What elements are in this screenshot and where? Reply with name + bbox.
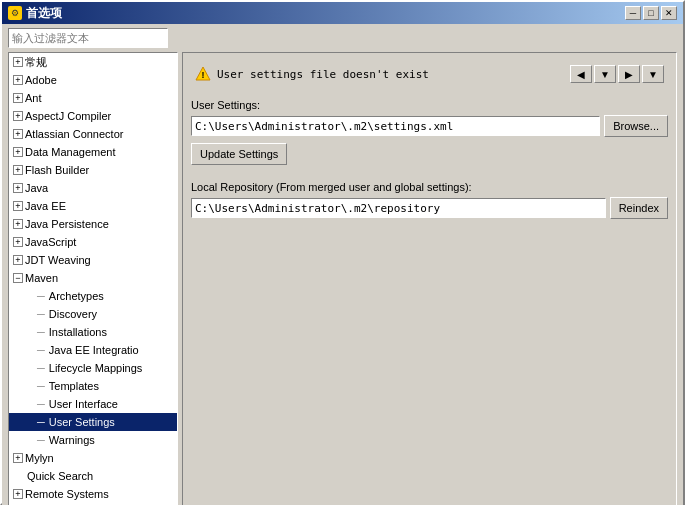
- title-bar-left: ⚙ 首选项: [8, 5, 62, 22]
- expand-icon-javapersistence[interactable]: +: [13, 219, 23, 229]
- user-settings-row: Browse...: [191, 115, 668, 137]
- expand-icon-changui[interactable]: +: [13, 57, 23, 67]
- tree-item-atlassian[interactable]: +Atlassian Connector: [9, 125, 177, 143]
- tree-label-javaee: Java EE: [25, 198, 66, 214]
- local-repo-row: Reindex: [191, 197, 668, 219]
- tree-label-jdtweaving: JDT Weaving: [25, 252, 91, 268]
- expand-icon-adobe[interactable]: +: [13, 75, 23, 85]
- tree-item-java[interactable]: +Java: [9, 179, 177, 197]
- tree-scroll[interactable]: +常规+Adobe+Ant+AspectJ Compiler+Atlassian…: [9, 53, 177, 505]
- expand-icon-mylyn[interactable]: +: [13, 453, 23, 463]
- expand-icon-aspectj[interactable]: +: [13, 111, 23, 121]
- svg-text:!: !: [202, 70, 205, 80]
- expand-icon-javaee[interactable]: +: [13, 201, 23, 211]
- tree-item-userinterface[interactable]: ─User Interface: [9, 395, 177, 413]
- tree-item-warnings[interactable]: ─Warnings: [9, 431, 177, 449]
- tree-item-jdtweaving[interactable]: +JDT Weaving: [9, 251, 177, 269]
- expand-icon-java[interactable]: +: [13, 183, 23, 193]
- tree-label-mylyn: Mylyn: [25, 450, 54, 466]
- tree-item-mylyn[interactable]: +Mylyn: [9, 449, 177, 467]
- window-icon: ⚙: [8, 6, 22, 20]
- expand-icon-ant[interactable]: +: [13, 93, 23, 103]
- nav-dropdown-button[interactable]: ▼: [594, 65, 616, 83]
- nav-forward-button[interactable]: ▶: [618, 65, 640, 83]
- tree-item-usersettings[interactable]: ─User Settings: [9, 413, 177, 431]
- tree-item-maven[interactable]: −Maven: [9, 269, 177, 287]
- nav-down-button[interactable]: ▼: [642, 65, 664, 83]
- tree-label-aspectj: AspectJ Compiler: [25, 108, 111, 124]
- collapse-icon-maven[interactable]: −: [13, 273, 23, 283]
- tree-item-quicksearch[interactable]: Quick Search: [9, 467, 177, 485]
- tree-label-discovery: Discovery: [49, 306, 97, 322]
- tree-label-atlassian: Atlassian Connector: [25, 126, 123, 142]
- warning-bar: ! User settings file doesn't exist ◀ ▼ ▶…: [191, 61, 668, 87]
- tree-item-javascript[interactable]: +JavaScript: [9, 233, 177, 251]
- expand-icon-jdtweaving[interactable]: +: [13, 255, 23, 265]
- right-panel: ! User settings file doesn't exist ◀ ▼ ▶…: [182, 52, 677, 505]
- tree-child-dash-discovery: ─: [37, 306, 45, 322]
- tree-item-lifecyclemappings[interactable]: ─Lifecycle Mappings: [9, 359, 177, 377]
- title-buttons: ─ □ ✕: [625, 6, 677, 20]
- tree-label-remotesystems: Remote Systems: [25, 486, 109, 502]
- local-repo-label: Local Repository (From merged user and g…: [191, 181, 668, 193]
- tree-child-dash-archetypes: ─: [37, 288, 45, 304]
- update-settings-button[interactable]: Update Settings: [191, 143, 287, 165]
- tree-label-installations: Installations: [49, 324, 107, 340]
- browse-button[interactable]: Browse...: [604, 115, 668, 137]
- tree-label-javaeeintegration: Java EE Integratio: [49, 342, 139, 358]
- tree-item-templates[interactable]: ─Templates: [9, 377, 177, 395]
- tree-item-javaee[interactable]: +Java EE: [9, 197, 177, 215]
- tree-item-discovery[interactable]: ─Discovery: [9, 305, 177, 323]
- expand-icon-flashbuilder[interactable]: +: [13, 165, 23, 175]
- tree-item-datamanagement[interactable]: +Data Management: [9, 143, 177, 161]
- expand-icon-javascript[interactable]: +: [13, 237, 23, 247]
- expand-icon-atlassian[interactable]: +: [13, 129, 23, 139]
- reindex-button[interactable]: Reindex: [610, 197, 668, 219]
- tree-label-archetypes: Archetypes: [49, 288, 104, 304]
- tree-label-java: Java: [25, 180, 48, 196]
- tree-item-archetypes[interactable]: ─Archetypes: [9, 287, 177, 305]
- tree-label-javascript: JavaScript: [25, 234, 76, 250]
- tree-child-dash-javaeeintegration: ─: [37, 342, 45, 358]
- expand-icon-remotesystems[interactable]: +: [13, 489, 23, 499]
- tree-item-aspectj[interactable]: +AspectJ Compiler: [9, 107, 177, 125]
- expand-icon-datamanagement[interactable]: +: [13, 147, 23, 157]
- tree-item-javapersistence[interactable]: +Java Persistence: [9, 215, 177, 233]
- user-settings-path-input[interactable]: [191, 116, 600, 136]
- filter-bar: [2, 24, 683, 52]
- tree-label-templates: Templates: [49, 378, 99, 394]
- tree-child-dash-lifecyclemappings: ─: [37, 360, 45, 376]
- tree-item-ant[interactable]: +Ant: [9, 89, 177, 107]
- tree-item-changui[interactable]: +常规: [9, 53, 177, 71]
- maximize-button[interactable]: □: [643, 6, 659, 20]
- tree-panel: +常规+Adobe+Ant+AspectJ Compiler+Atlassian…: [8, 52, 178, 505]
- tree-item-flashbuilder[interactable]: +Flash Builder: [9, 161, 177, 179]
- tree-item-javaeeintegration[interactable]: ─Java EE Integratio: [9, 341, 177, 359]
- main-content: +常规+Adobe+Ant+AspectJ Compiler+Atlassian…: [2, 24, 683, 505]
- tree-item-installations[interactable]: ─Installations: [9, 323, 177, 341]
- tree-child-dash-usersettings: ─: [37, 414, 45, 430]
- tree-label-adobe: Adobe: [25, 72, 57, 88]
- tree-child-dash-warnings: ─: [37, 432, 45, 448]
- local-repo-path-input[interactable]: [191, 198, 606, 218]
- nav-back-button[interactable]: ◀: [570, 65, 592, 83]
- tree-label-datamanagement: Data Management: [25, 144, 116, 160]
- body-area: +常规+Adobe+Ant+AspectJ Compiler+Atlassian…: [2, 52, 683, 505]
- preferences-window: ⚙ 首选项 ─ □ ✕ +常规+Adobe+Ant+AspectJ Compil…: [0, 0, 685, 505]
- tree-label-flashbuilder: Flash Builder: [25, 162, 89, 178]
- warning-icon: !: [195, 66, 211, 82]
- tree-label-lifecyclemappings: Lifecycle Mappings: [49, 360, 143, 376]
- minimize-button[interactable]: ─: [625, 6, 641, 20]
- filter-input[interactable]: [8, 28, 168, 48]
- tree-item-remotesystems[interactable]: +Remote Systems: [9, 485, 177, 503]
- tree-label-quicksearch: Quick Search: [27, 468, 93, 484]
- tree-child-dash-installations: ─: [37, 324, 45, 340]
- tree-label-changui: 常规: [25, 54, 47, 70]
- tree-item-adobe[interactable]: +Adobe: [9, 71, 177, 89]
- tree-child-dash-userinterface: ─: [37, 396, 45, 412]
- tree-label-usersettings: User Settings: [49, 414, 115, 430]
- tree-label-warnings: Warnings: [49, 432, 95, 448]
- tree-label-ant: Ant: [25, 90, 42, 106]
- close-button[interactable]: ✕: [661, 6, 677, 20]
- tree-label-javapersistence: Java Persistence: [25, 216, 109, 232]
